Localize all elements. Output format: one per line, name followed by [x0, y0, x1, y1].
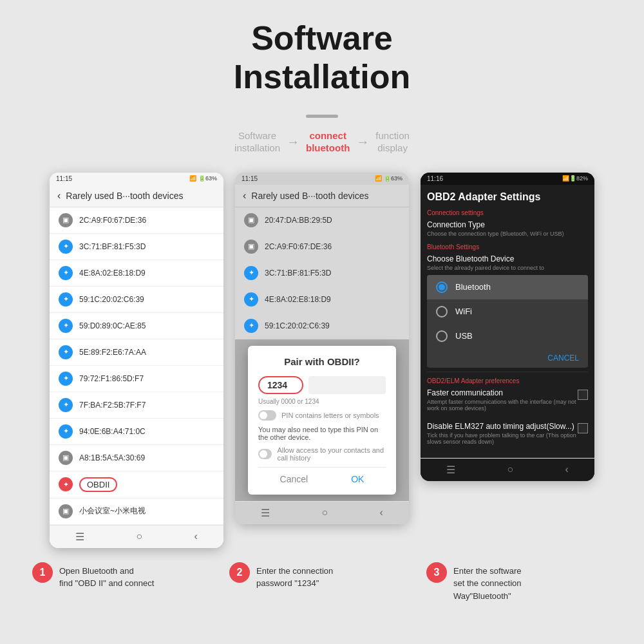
device-icon: ✦ — [59, 424, 73, 439]
pin-rest — [308, 376, 386, 394]
faster-comm-checkbox[interactable] — [578, 390, 588, 400]
list-item[interactable]: ✦ 3C:71:BF:81:F5:3D — [50, 234, 223, 260]
phone2-back-arrow[interactable]: ‹ — [243, 190, 246, 202]
contacts-toggle[interactable] — [258, 449, 272, 459]
dialog-body-text: You may also need to type this PIN on th… — [258, 426, 386, 441]
list-item[interactable]: ✦ 4E:8A:02:E8:18:D9 — [50, 260, 223, 287]
phone3-section1: Connection settings — [427, 209, 588, 216]
contacts-label: Allow access to your contacts and call h… — [277, 446, 386, 462]
pin-letters-label: PIN contains letters or symbols — [281, 412, 379, 419]
dropdown-item-usb[interactable]: USB — [427, 324, 588, 348]
phone1-time: 11:15 — [56, 175, 72, 182]
instruction-3: 3 Enter the softwareset the connectionWa… — [426, 562, 612, 603]
disable-elm-sub: Tick this if you have problem talking to… — [427, 432, 578, 445]
disable-elm-row: Disable ELM327 auto timing adjust(Slow..… — [427, 422, 588, 451]
list-item[interactable]: ✦ 59:1C:20:02:C6:39 — [50, 287, 223, 313]
step-2-circle: 2 — [229, 562, 250, 583]
step-3-circle: 3 — [426, 562, 447, 583]
dropdown-item-bluetooth[interactable]: Bluetooth — [427, 275, 588, 299]
list-item[interactable]: ✦ 79:72:F1:86:5D:F7 — [50, 366, 223, 392]
dropdown-cancel-button[interactable]: CANCEL — [427, 348, 588, 368]
nav-back-icon[interactable]: ‹ — [565, 464, 568, 476]
device-icon: ✦ — [244, 292, 258, 307]
pair-dialog: Pair with OBDII? 1234 Usually 0000 or 12… — [248, 346, 396, 495]
phone2-time: 11:15 — [242, 175, 258, 182]
dropdown-item-wifi[interactable]: WiFi — [427, 299, 588, 324]
device-icon: ✦ — [59, 292, 73, 307]
steps-breadcrumb: Softwareinstallation → connectbluetooth … — [234, 129, 410, 155]
instruction-2: 2 Enter the connectionpassword "1234" — [229, 562, 415, 590]
list-item[interactable]: ✦ 94:0E:6B:A4:71:0C — [50, 419, 223, 445]
faster-comm-title: Faster communication — [427, 388, 578, 397]
nav-menu-icon[interactable]: ☰ — [75, 531, 84, 543]
list-item[interactable]: ▣ A8:1B:5A:5A:30:69 — [50, 445, 223, 471]
phone1-nav-title: Rarely used B···tooth devices — [66, 191, 183, 201]
list-item[interactable]: ✦ 59:1C:20:02:C6:39 — [235, 313, 409, 339]
phone2-nav-title: Rarely used B···tooth devices — [251, 191, 368, 201]
bluetooth-radio-inner — [439, 284, 445, 290]
phones-row: 11:15 📶🔋63% ‹ Rarely used B···tooth devi… — [50, 173, 594, 548]
list-item[interactable]: ▣ 2C:A9:F0:67:DE:36 — [50, 207, 223, 234]
wifi-radio[interactable] — [436, 306, 448, 317]
usb-radio[interactable] — [436, 330, 448, 342]
phone3-conn-type-sub: Choose the connection type (Bluetooth, W… — [427, 231, 588, 237]
instruction-2-text: Enter the connectionpassword "1234" — [256, 562, 333, 590]
instruction-3-text: Enter the softwareset the connectionWay"… — [453, 562, 522, 603]
nav-menu-icon[interactable]: ☰ — [261, 507, 270, 519]
phone2-status-bar: 11:15 📶🔋63% — [235, 173, 409, 185]
phone1-back-arrow[interactable]: ‹ — [57, 190, 61, 202]
dialog-ok-button[interactable]: OK — [351, 474, 364, 484]
disable-elm-title: Disable ELM327 auto timing adjust(Slow..… — [427, 422, 578, 431]
dialog-buttons: Cancel OK — [258, 467, 386, 484]
phone1-bt-list: ▣ 2C:A9:F0:67:DE:36 ✦ 3C:71:BF:81:F5:3D … — [50, 207, 223, 525]
dialog-cancel-button[interactable]: Cancel — [280, 474, 308, 484]
obdii-list-item[interactable]: ✦ OBDII — [50, 471, 223, 498]
dialog-toggle-1: PIN contains letters or symbols — [258, 410, 386, 421]
nav-back-icon[interactable]: ‹ — [194, 531, 197, 543]
dark-divider-1 — [427, 372, 588, 372]
list-item[interactable]: ✦ 59:D0:89:0C:AE:85 — [50, 313, 223, 339]
phone1-status-icons: 📶🔋63% — [189, 175, 217, 182]
disable-elm-text: Disable ELM327 auto timing adjust(Slow..… — [427, 422, 578, 451]
obdii-label: OBDII — [79, 477, 117, 492]
list-item[interactable]: ✦ 4E:8A:02:E8:18:D9 — [235, 287, 409, 313]
bluetooth-radio[interactable] — [436, 281, 448, 293]
phone3-status-bar: 11:16 📶🔋82% — [421, 173, 594, 185]
device-icon: ✦ — [59, 345, 73, 359]
list-item[interactable]: ▣ 小会议室~小米电视 — [50, 498, 223, 525]
device-icon: ✦ — [59, 319, 73, 333]
header: Software Installation — [234, 19, 410, 97]
phone3-section2: Bluetooth Settings — [427, 243, 588, 251]
connection-type-dropdown[interactable]: Bluetooth WiFi USB CANCEL — [427, 275, 588, 368]
instructions-row: 1 Open Bluetooth andfind "OBD II" and co… — [32, 562, 612, 603]
nav-home-icon[interactable]: ○ — [321, 507, 328, 519]
phone3-time: 11:16 — [427, 175, 443, 182]
faster-comm-sub: Attempt faster communications with the i… — [427, 399, 578, 412]
step-2-label: connectbluetooth — [306, 129, 350, 155]
phone2-bt-list: ▣ 20:47:DA:BB:29:5D ▣ 2C:A9:F0:67:DE:36 … — [235, 207, 409, 339]
list-item[interactable]: ▣ 2C:A9:F0:67:DE:36 — [235, 234, 409, 260]
step-1-circle: 1 — [32, 562, 53, 583]
dialog-toggle-2: Allow access to your contacts and call h… — [258, 446, 386, 462]
nav-back-icon[interactable]: ‹ — [379, 507, 383, 519]
device-icon: ▣ — [59, 213, 73, 227]
step-1-label: Softwareinstallation — [234, 129, 280, 155]
list-item[interactable]: ✦ 5E:89:F2:E6:7A:AA — [50, 339, 223, 366]
nav-home-icon[interactable]: ○ — [507, 464, 513, 476]
nav-menu-icon[interactable]: ☰ — [446, 464, 455, 476]
phone3-bt-device-sub: Select the already paired device to conn… — [427, 265, 588, 271]
phone-2: 11:15 📶🔋63% ‹ Rarely used B···tooth devi… — [235, 173, 409, 524]
pin-input[interactable]: 1234 — [258, 376, 303, 394]
phone3-conn-type-title: Connection Type — [427, 220, 588, 229]
usb-label: USB — [455, 331, 473, 341]
nav-home-icon[interactable]: ○ — [136, 531, 142, 543]
list-item[interactable]: ✦ 7F:BA:F2:5B:7F:F7 — [50, 392, 223, 419]
device-icon: ▣ — [59, 451, 73, 465]
device-icon: ✦ — [244, 319, 258, 333]
disable-elm-checkbox[interactable] — [578, 423, 588, 433]
phone3-bt-device-title: Choose Bluetooth Device — [427, 254, 588, 263]
pin-letters-toggle[interactable] — [258, 410, 276, 421]
list-item[interactable]: ✦ 3C:71:BF:81:F5:3D — [235, 260, 409, 287]
list-item[interactable]: ▣ 20:47:DA:BB:29:5D — [235, 207, 409, 234]
phone2-dialog-overlay: Pair with OBDII? 1234 Usually 0000 or 12… — [235, 339, 409, 501]
